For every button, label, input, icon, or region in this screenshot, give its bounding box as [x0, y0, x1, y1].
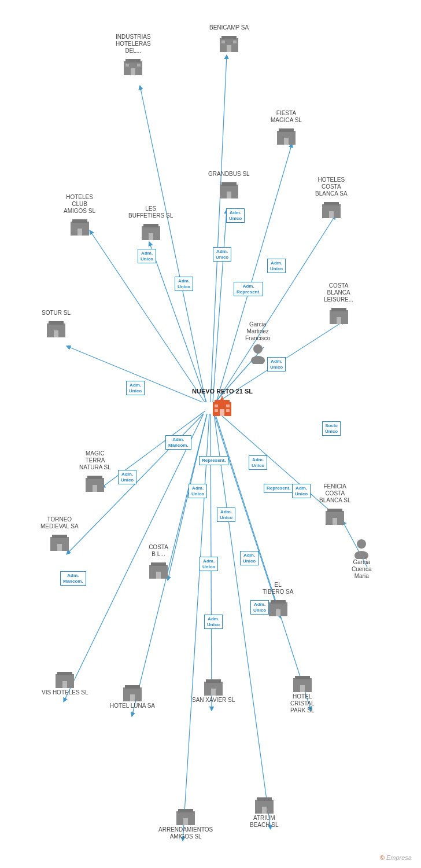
building-icon-grandbus — [219, 179, 239, 200]
svg-line-1 — [140, 86, 206, 402]
node-hotel-cristal[interactable]: HOTELCRISTALPARK SL — [290, 672, 315, 715]
badge-adm-unico-7[interactable]: Adm.Unico — [267, 357, 286, 372]
badge-socio-unico[interactable]: SocioÚnico — [322, 421, 341, 436]
node-torneo[interactable]: TORNEOMEDIEVAL SA — [40, 516, 79, 552]
svg-line-0 — [211, 55, 227, 402]
badge-adm-unico-9[interactable]: Adm.Unico — [189, 484, 207, 498]
badge-adm-unico-14[interactable]: Adm.Unico — [240, 551, 258, 565]
svg-point-64 — [251, 356, 265, 364]
badge-adm-unico-11[interactable]: Adm.Unico — [292, 484, 311, 498]
badge-represent-2[interactable]: Represent. — [199, 456, 228, 465]
svg-rect-83 — [57, 672, 72, 675]
svg-rect-86 — [125, 685, 140, 689]
building-icon-les-buffetiers — [141, 220, 161, 241]
svg-rect-27 — [226, 404, 230, 407]
svg-rect-49 — [324, 202, 339, 205]
svg-rect-36 — [233, 41, 237, 43]
badge-adm-unico-1[interactable]: Adm.Unico — [138, 249, 156, 263]
badge-represent-1[interactable]: Adm.Represent. — [234, 282, 263, 296]
node-costa-bl[interactable]: COSTAB L... — [148, 544, 169, 580]
node-garcia-cuenca[interactable]: GarciaCuencaMaria — [352, 538, 371, 581]
graph-container: NUEVO RETO 21 SL BENICAMP SA INDUSTRIASH… — [0, 0, 421, 868]
svg-rect-43 — [279, 128, 294, 132]
svg-rect-92 — [295, 676, 310, 679]
node-san-xavier[interactable]: SAN XAVIER SL — [192, 676, 235, 705]
node-arrendamientos[interactable]: ARRENDAMIENTOSAMIGOS SL — [158, 806, 213, 841]
building-icon-benicamp — [219, 32, 239, 53]
watermark: © Empresa — [380, 854, 412, 861]
svg-rect-95 — [257, 797, 272, 801]
node-garcia-martinez[interactable]: GarciaMartinezFrancisco — [245, 321, 270, 364]
svg-marker-31 — [220, 396, 224, 400]
node-sotur[interactable]: SOTUR SL — [42, 310, 71, 339]
svg-rect-24 — [215, 400, 230, 403]
svg-line-6 — [149, 242, 206, 402]
badge-adm-mancom-1[interactable]: Adm.Mancom. — [165, 435, 191, 450]
svg-rect-33 — [221, 36, 237, 39]
badge-adm-unico-10[interactable]: Adm.Unico — [249, 455, 267, 470]
svg-rect-34 — [227, 45, 231, 52]
svg-rect-98 — [178, 809, 193, 812]
svg-rect-47 — [227, 192, 231, 198]
svg-rect-56 — [149, 233, 153, 240]
badge-adm-unico-12[interactable]: Adm.Unico — [217, 507, 235, 522]
svg-rect-69 — [327, 509, 342, 512]
badge-represent-3[interactable]: Represent. — [264, 484, 293, 493]
svg-rect-93 — [300, 685, 305, 692]
svg-rect-50 — [329, 211, 334, 218]
node-costa-blanca-leisure[interactable]: COSTABLANCALEISURE... — [324, 282, 353, 325]
badge-adm-unico-6[interactable]: Adm.Unico — [126, 381, 145, 395]
svg-rect-84 — [62, 681, 67, 688]
svg-line-4 — [216, 215, 335, 402]
building-icon-el-tibero — [268, 597, 289, 617]
svg-rect-35 — [221, 41, 225, 43]
building-icon-arrendamientos — [175, 806, 196, 826]
svg-rect-77 — [151, 562, 166, 566]
node-les-buffetiers[interactable]: LESBUFFETIERS SL — [128, 205, 173, 241]
node-magic-terra[interactable]: MAGICTERRANATURA SL — [79, 450, 111, 493]
badge-adm-unico-4[interactable]: Adm.Unico — [226, 208, 245, 223]
svg-rect-61 — [49, 321, 64, 325]
building-icon-san-xavier — [203, 676, 224, 697]
badge-adm-unico-16[interactable]: Adm.Unico — [204, 615, 223, 629]
svg-rect-89 — [206, 679, 221, 683]
node-nuevo-reto[interactable]: NUEVO RETO 21 SL — [192, 388, 253, 417]
node-benicamp[interactable]: BENICAMP SA — [209, 24, 249, 53]
svg-rect-26 — [215, 404, 218, 407]
svg-line-3 — [213, 209, 227, 402]
node-industrias[interactable]: INDUSTRIASHOTELERASDEL... — [116, 34, 151, 76]
node-fenicia[interactable]: FENICIACOSTABLANCA SL — [319, 483, 350, 526]
svg-rect-87 — [130, 694, 135, 701]
node-atrium[interactable]: ATRIUMBEACH SL — [250, 794, 278, 830]
node-hotel-luna[interactable]: HOTEL LUNA SA — [110, 682, 155, 711]
svg-rect-25 — [220, 409, 224, 416]
building-icon-hotel-cristal — [292, 672, 313, 693]
badge-adm-mancom-2[interactable]: Adm.Mancom. — [60, 571, 86, 586]
node-hoteles-costa-blanca[interactable]: HOTELESCOSTABLANCA SA — [315, 176, 348, 219]
building-icon-fiesta — [276, 125, 297, 146]
badge-adm-unico-2[interactable]: Adm.Unico — [175, 277, 193, 291]
building-icon-costa-bl — [148, 559, 169, 580]
building-icon-hotel-luna — [122, 682, 143, 703]
svg-rect-41 — [137, 64, 141, 67]
building-icon-vis-hoteles — [54, 668, 75, 689]
svg-rect-38 — [125, 59, 141, 62]
node-fiesta[interactable]: FIESTAMAGICA SL — [271, 110, 302, 146]
svg-rect-96 — [262, 807, 267, 814]
node-hoteles-club[interactable]: HOTELESCLUBAMIGOS SL — [64, 194, 95, 237]
svg-rect-90 — [211, 689, 216, 696]
brand-name: Empresa — [386, 854, 412, 861]
svg-rect-52 — [72, 219, 87, 223]
svg-point-71 — [357, 539, 366, 549]
svg-rect-75 — [57, 544, 62, 551]
node-grandbus[interactable]: GRANDBUS SL — [208, 171, 250, 200]
svg-rect-58 — [331, 308, 346, 311]
svg-rect-44 — [284, 138, 289, 145]
svg-rect-78 — [156, 572, 161, 579]
badge-adm-unico-15[interactable]: Adm.Unico — [250, 600, 269, 615]
badge-adm-unico-13[interactable]: Adm.Unico — [200, 557, 218, 571]
node-vis-hoteles[interactable]: VIS HOTELES SL — [42, 668, 88, 697]
badge-adm-unico-3[interactable]: Adm.Unico — [213, 247, 231, 262]
badge-adm-unico-5[interactable]: Adm.Unico — [267, 259, 286, 273]
badge-adm-unico-8[interactable]: Adm.Unico — [118, 470, 136, 484]
